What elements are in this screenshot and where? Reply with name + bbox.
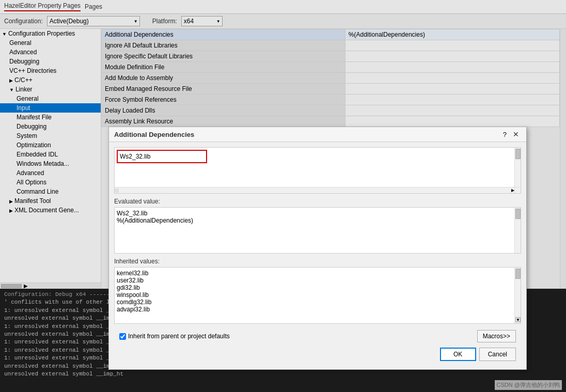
inherit-checkbox[interactable] [119, 333, 126, 340]
dialog-overlay: Additional Dependencies ? ✕ Ws2_32.lib [0, 0, 566, 392]
ok-button[interactable]: OK [440, 348, 476, 361]
evaluated-label: Evaluated value: [114, 198, 521, 205]
cancel-button[interactable]: Cancel [479, 348, 516, 361]
macros-button[interactable]: Macros>> [477, 330, 516, 342]
dialog-vscroll1[interactable] [514, 148, 521, 188]
dialog-vscroll3-bottom[interactable]: ▼ [515, 317, 521, 322]
dialog-hscroll1[interactable]: ▶ [115, 187, 514, 193]
inherited-container: kernel32.libuser32.libgdi32.libwinspool.… [114, 267, 521, 324]
inherited-line: kernel32.lib [117, 270, 512, 277]
footer-right: Macros>> [477, 330, 516, 342]
dialog-input-highlighted: Ws2_32.lib [117, 150, 207, 163]
ok-cancel-row: OK Cancel [114, 348, 521, 364]
dialog-hscroll1-thumb [115, 189, 119, 193]
dialog-vscroll3[interactable]: ▼ [514, 268, 521, 323]
dialog-help-button[interactable]: ? [501, 131, 509, 138]
dialog-titlebar: Additional Dependencies ? ✕ [109, 127, 526, 142]
inherited-line: gdi32.lib [117, 284, 512, 291]
inherited-line: comdlg32.lib [117, 299, 512, 306]
dialog-scroll-corner1 [514, 187, 521, 193]
dialog-close-button[interactable]: ✕ [511, 130, 521, 138]
inherit-row: Inherit from parent or project defaults [119, 333, 230, 340]
dialog-vscroll2[interactable] [514, 208, 521, 253]
dialog-body: Ws2_32.lib ▶ [109, 142, 526, 369]
dialog-footer: Inherit from parent or project defaults … [114, 328, 521, 348]
dialog-input-area: Ws2_32.lib ▶ [114, 147, 521, 194]
evaluated-line: Ws2_32.lib [117, 210, 512, 217]
evaluated-content: Ws2_32.lib%(AdditionalDependencies) [115, 208, 514, 253]
evaluated-line: %(AdditionalDependencies) [117, 217, 512, 224]
main-window: HazelEditor Property Pages Pages Configu… [0, 0, 566, 392]
additional-dependencies-dialog: Additional Dependencies ? ✕ Ws2_32.lib [108, 127, 527, 370]
dialog-input-container: Ws2_32.lib ▶ [114, 147, 521, 194]
dialog-controls: ? ✕ [501, 130, 521, 138]
inherit-label: Inherit from parent or project defaults [128, 333, 230, 340]
inherited-label: Inherited values: [114, 258, 521, 265]
inherited-line: winspool.lib [117, 291, 512, 299]
dialog-vscroll1-thumb [515, 149, 521, 159]
inherited-section: Inherited values: kernel32.libuser32.lib… [114, 258, 521, 324]
dialog-vscroll2-thumb [515, 209, 521, 219]
inherited-line: advapi32.lib [117, 306, 512, 313]
dialog-title: Additional Dependencies [114, 131, 194, 138]
dialog-input-inner: Ws2_32.lib [115, 148, 514, 187]
evaluated-section: Evaluated value: Ws2_32.lib%(AdditionalD… [114, 198, 521, 254]
inherited-line: user32.lib [117, 277, 512, 284]
dialog-vscroll3-thumb [515, 269, 521, 279]
evaluated-container: Ws2_32.lib%(AdditionalDependencies) [114, 207, 521, 254]
dialog-input-value: Ws2_32.lib [120, 153, 150, 160]
inherited-content: kernel32.libuser32.libgdi32.libwinspool.… [115, 268, 514, 323]
